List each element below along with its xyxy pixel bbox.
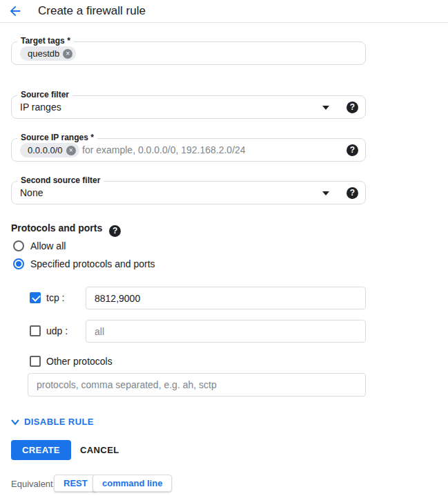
radio-specified-protocols[interactable]: Specified protocols and ports (13, 258, 155, 269)
radio-icon[interactable] (13, 240, 24, 251)
back-arrow-icon[interactable] (8, 3, 24, 20)
header: Create a firewall rule (0, 0, 448, 23)
source-filter-value: IP ranges (20, 96, 61, 118)
help-icon[interactable]: ? (347, 187, 358, 199)
help-icon[interactable]: ? (109, 225, 121, 237)
other-protocols-checkbox[interactable] (30, 356, 41, 367)
help-icon[interactable]: ? (347, 102, 358, 113)
other-protocols-input[interactable] (28, 373, 366, 397)
radio-selected-icon[interactable] (13, 258, 24, 269)
chip-label: 0.0.0.0/0 (28, 145, 63, 155)
second-source-filter-select[interactable]: Second source filter None ? (11, 181, 366, 204)
udp-label: udp : (46, 325, 68, 336)
chevron-down-icon (10, 417, 20, 427)
other-protocols-label: Other protocols (46, 356, 113, 367)
disable-rule-toggle[interactable]: DISABLE RULE (10, 417, 94, 427)
dropdown-caret-icon[interactable] (322, 106, 329, 110)
source-ip-chip: 0.0.0.0/0 × (20, 143, 79, 158)
create-firewall-rule-page: Create a firewall rule Target tags * que… (0, 0, 448, 496)
source-ip-ranges-field[interactable]: Source IP ranges * 0.0.0.0/0 × for examp… (11, 138, 366, 162)
target-tag-chip: questdb × (20, 46, 76, 61)
chip-label: questdb (28, 48, 59, 59)
command-line-button[interactable]: command line (92, 475, 172, 492)
udp-ports-input[interactable] (86, 320, 366, 343)
tcp-checkbox[interactable] (30, 292, 41, 303)
tcp-label: tcp : (46, 292, 64, 303)
target-tags-label: Target tags * (17, 36, 74, 46)
dropdown-caret-icon[interactable] (322, 191, 329, 195)
source-filter-select[interactable]: Source filter IP ranges ? (11, 95, 366, 119)
chip-remove-icon[interactable]: × (66, 146, 76, 155)
udp-checkbox[interactable] (30, 325, 41, 336)
create-button[interactable]: CREATE (11, 440, 71, 460)
chip-remove-icon[interactable]: × (63, 49, 72, 59)
source-ip-placeholder: for example, 0.0.0.0/0, 192.168.2.0/24 (82, 139, 246, 161)
cancel-button[interactable]: CANCEL (75, 440, 125, 460)
page-title: Create a firewall rule (38, 0, 146, 23)
radio-allow-all[interactable]: Allow all (13, 240, 66, 251)
target-tags-field[interactable]: Target tags * questdb × (11, 41, 366, 65)
rest-button[interactable]: REST (54, 475, 97, 492)
second-source-filter-value: None (20, 182, 43, 204)
equivalent-label: Equivalent: (11, 479, 55, 489)
disable-rule-label: DISABLE RULE (24, 417, 94, 427)
protocols-and-ports-heading: Protocols and ports ? (11, 222, 121, 237)
tcp-ports-input[interactable] (86, 287, 366, 309)
help-icon[interactable]: ? (347, 144, 358, 156)
